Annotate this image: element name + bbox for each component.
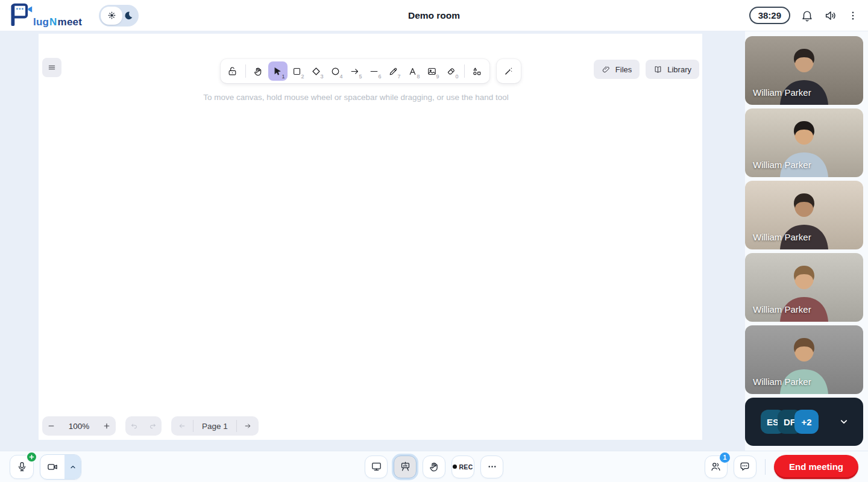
eraser-icon xyxy=(446,66,456,77)
toolbar-divider xyxy=(464,64,465,78)
plus-icon xyxy=(29,454,34,460)
diamond-icon xyxy=(311,66,321,77)
arrow-icon xyxy=(350,66,360,77)
history-controls xyxy=(125,416,162,436)
selection-tool-button[interactable]: 1 xyxy=(268,61,288,81)
arrow-tool-button[interactable]: 5 xyxy=(345,61,365,81)
whiteboard-toolbar: 1234567890 xyxy=(221,59,521,83)
record-label: REC xyxy=(459,463,473,471)
brand-text-light: lug xyxy=(33,17,49,29)
participant-tile[interactable]: William Parker xyxy=(745,181,863,249)
sun-icon xyxy=(107,10,117,20)
tool-shortcut-number: 9 xyxy=(436,74,439,80)
top-header: lug N meet Demo room 38:29 xyxy=(0,0,868,31)
participant-tile[interactable]: William Parker xyxy=(745,253,863,322)
participant-name: William Parker xyxy=(753,304,811,315)
end-meeting-button[interactable]: End meeting xyxy=(774,455,858,479)
files-button[interactable]: Files xyxy=(594,60,640,79)
moon-icon[interactable] xyxy=(123,10,134,21)
text-icon xyxy=(407,66,418,77)
participants-button[interactable]: 1 xyxy=(705,455,728,478)
record-button[interactable]: REC xyxy=(451,455,474,478)
camera-button[interactable] xyxy=(40,455,64,479)
light-mode-option[interactable] xyxy=(101,7,122,25)
arrow-right-icon xyxy=(244,422,252,430)
volume-button[interactable] xyxy=(824,9,837,22)
participant-name: William Parker xyxy=(753,377,811,387)
hand-tool-button[interactable] xyxy=(249,61,268,81)
divider xyxy=(765,459,766,475)
eraser-tool-button[interactable]: 0 xyxy=(442,61,461,81)
raise-hand-icon xyxy=(429,461,440,472)
whiteboard-button[interactable] xyxy=(394,455,417,478)
zoom-in-button[interactable] xyxy=(98,416,116,436)
undo-icon xyxy=(130,422,139,430)
diamond-tool-button[interactable]: 3 xyxy=(307,61,326,81)
redo-button[interactable] xyxy=(143,416,162,436)
arrow-left-icon xyxy=(178,422,186,430)
participants-sidebar: William ParkerWilliam ParkerWilliam Park… xyxy=(745,31,868,451)
camera-options-button[interactable] xyxy=(64,455,81,479)
plugnmeet-logo: lug N meet xyxy=(10,2,82,29)
plus-icon xyxy=(102,422,111,430)
theme-toggle[interactable] xyxy=(99,5,139,27)
notifications-button[interactable] xyxy=(800,9,814,22)
tool-shortcut-number: 0 xyxy=(455,74,458,80)
extra-tools-tool-button[interactable] xyxy=(468,61,487,81)
bottom-toolbar: REC 1 End meeting xyxy=(0,451,868,482)
image-tool-button[interactable]: 9 xyxy=(423,61,442,81)
zoom-controls: 100% xyxy=(42,416,116,436)
interpretation-tile[interactable]: ESDF+2 xyxy=(745,398,863,446)
participant-name: William Parker xyxy=(753,87,811,98)
raise-hand-button[interactable] xyxy=(423,455,445,478)
media-controls xyxy=(10,454,81,480)
ellipse-tool-button[interactable]: 4 xyxy=(326,61,345,81)
rectangle-tool-button[interactable]: 2 xyxy=(288,61,307,81)
main-content: 1234567890 Files Library To move canvas, xyxy=(0,31,868,451)
participant-tile[interactable]: William Parker xyxy=(745,36,863,105)
monitor-icon xyxy=(371,461,382,472)
screen-share-button[interactable] xyxy=(365,455,388,478)
draw-tool-button[interactable]: 7 xyxy=(384,61,403,81)
library-label: Library xyxy=(667,65,691,74)
chevron-down-icon[interactable] xyxy=(838,416,850,428)
camera-button-group xyxy=(40,454,81,480)
chevron-up-icon xyxy=(69,463,77,471)
page-indicator: Page 1 xyxy=(193,422,236,431)
minus-icon xyxy=(47,422,55,430)
paperclip-icon xyxy=(602,65,611,74)
header-actions: 38:29 xyxy=(749,7,858,24)
lock-tool-button[interactable] xyxy=(223,61,242,81)
zoom-out-button[interactable] xyxy=(42,416,60,436)
microphone-button[interactable] xyxy=(10,455,34,479)
tool-shortcut-number: 1 xyxy=(281,74,285,80)
library-button[interactable]: Library xyxy=(646,60,699,79)
participant-tile[interactable]: William Parker xyxy=(745,108,863,177)
tool-shortcut-number: 5 xyxy=(359,74,362,80)
zoom-level[interactable]: 100% xyxy=(60,422,98,431)
lock-icon xyxy=(227,66,237,77)
more-options-button[interactable] xyxy=(480,455,503,478)
laser-pointer-tool-button[interactable] xyxy=(499,61,518,81)
book-icon xyxy=(653,65,662,74)
more-menu-button[interactable] xyxy=(848,10,858,21)
ellipse-icon xyxy=(330,66,341,77)
chat-button[interactable] xyxy=(734,455,756,478)
room-title: Demo room xyxy=(408,10,460,21)
next-page-button[interactable] xyxy=(237,416,259,436)
plugnmeet-logo-icon xyxy=(10,2,33,29)
text-tool-button[interactable]: 8 xyxy=(403,61,423,81)
previous-page-button[interactable] xyxy=(171,416,193,436)
toolbar-divider xyxy=(245,64,246,78)
mic-add-badge xyxy=(26,451,37,463)
line-tool-button[interactable]: 6 xyxy=(365,61,384,81)
whiteboard-menu-button[interactable] xyxy=(42,58,61,77)
participant-tile[interactable]: William Parker xyxy=(745,325,863,394)
whiteboard-icon xyxy=(400,461,411,472)
undo-button[interactable] xyxy=(125,416,143,436)
whiteboard-top-right: Files Library xyxy=(594,60,699,79)
whiteboard-canvas[interactable]: 1234567890 Files Library To move canvas, xyxy=(39,34,702,440)
files-label: Files xyxy=(615,65,632,74)
language-badge-plus2[interactable]: +2 xyxy=(794,410,819,434)
line-icon xyxy=(369,66,379,77)
